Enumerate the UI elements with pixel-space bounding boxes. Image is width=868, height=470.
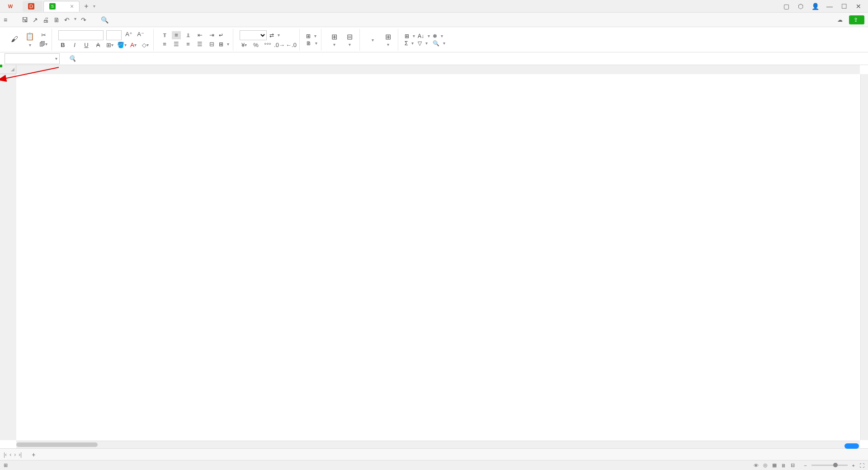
cube-icon[interactable]: ⬡ — [797, 2, 805, 10]
decrease-font-icon[interactable]: A⁻ — [136, 30, 145, 38]
sheet-prev-icon[interactable]: ‹ — [9, 451, 11, 458]
copy-icon[interactable]: 🗐▾ — [39, 40, 48, 48]
highlight-icon[interactable]: ◇▾ — [141, 41, 150, 49]
font-color-icon[interactable]: A▾ — [129, 41, 138, 49]
bold-icon[interactable]: B — [58, 41, 67, 49]
view-orbit-icon[interactable]: ◎ — [763, 462, 768, 468]
underline-icon[interactable]: U — [82, 41, 91, 49]
vertical-scrollbar[interactable] — [860, 74, 868, 440]
row-headers — [0, 74, 16, 440]
minimize-icon[interactable]: — — [826, 2, 834, 10]
view-page-icon[interactable]: 🗎 — [781, 463, 786, 468]
border-icon[interactable]: ⊞▾ — [105, 41, 114, 49]
merge-icon: ⊞ — [219, 41, 223, 47]
comma-icon[interactable]: °°° — [263, 41, 272, 49]
save-icon[interactable]: 🖫 — [22, 16, 28, 24]
wrap-text-button[interactable]: ↵ — [219, 31, 225, 39]
format-painter-button[interactable]: 🖌 — [8, 35, 21, 44]
cut-icon[interactable]: ✂ — [39, 31, 48, 39]
sheet-next-icon[interactable]: › — [14, 451, 16, 458]
freeze-button[interactable]: ❄▾ — [433, 33, 445, 39]
sheet-last-icon[interactable]: ›| — [19, 451, 22, 458]
filter-button[interactable]: ▽▾ — [418, 40, 430, 47]
sort-button[interactable]: A↓▾ — [418, 33, 430, 39]
file-tab-active[interactable]: S × — [43, 1, 80, 12]
horizontal-scrollbar[interactable] — [16, 441, 860, 448]
formula-input[interactable] — [80, 54, 868, 64]
italic-icon[interactable]: I — [70, 41, 79, 49]
zoom-in-icon[interactable]: + — [852, 463, 855, 468]
redo-icon[interactable]: ↷ — [81, 16, 86, 24]
search-icon[interactable]: 🔍 — [101, 16, 108, 24]
menu-bar: ≡ 🖫 ↗ 🖨 🗎 ↶ ▾ ↷ 🔍 ☁ ⇪ — [0, 13, 868, 27]
sheet-first-icon[interactable]: |‹ — [4, 451, 7, 458]
share-button[interactable]: ⇪ — [849, 15, 864, 24]
increase-font-icon[interactable]: A⁺ — [124, 30, 133, 38]
font-name-input[interactable] — [58, 30, 104, 40]
docer-tab[interactable]: D — [23, 1, 42, 12]
align-left-icon[interactable]: ≡ — [160, 40, 169, 48]
hamburger-icon[interactable]: ≡ — [4, 16, 7, 24]
grid-icon: ⊞ — [331, 33, 337, 41]
zoom-formula-icon[interactable]: 🔍 — [69, 55, 76, 62]
align-right-icon[interactable]: ≡ — [184, 40, 193, 48]
worksheet-button[interactable]: 🗎▾ — [306, 40, 317, 47]
sum-button[interactable]: Σ▾ — [405, 40, 415, 47]
row-col-button[interactable]: ⊞▾ — [306, 33, 317, 39]
clipboard-icon: 📋 — [25, 32, 34, 41]
font-size-input[interactable] — [106, 30, 122, 40]
cloud-status[interactable]: ☁ — [837, 17, 844, 23]
select-all-corner[interactable] — [0, 65, 16, 74]
cell-style-button[interactable]: ⊞▾ — [382, 33, 394, 47]
view-break-icon[interactable]: ⊟ — [791, 462, 795, 468]
zoom-slider[interactable] — [811, 465, 848, 466]
fill-color-icon[interactable]: 🪣▾ — [117, 41, 126, 49]
align-top-icon[interactable]: ⫪ — [160, 31, 169, 39]
view-eye-icon[interactable]: 👁 — [754, 463, 759, 468]
maximize-icon[interactable]: ☐ — [840, 2, 848, 10]
convert-button[interactable]: ⇄▾ — [269, 30, 280, 40]
namebox-dropdown-icon[interactable]: ▾ — [55, 56, 57, 61]
paste-button[interactable]: 📋▾ — [24, 32, 36, 47]
strikethrough-icon[interactable]: A — [94, 41, 103, 49]
align-bottom-icon[interactable]: ⫫ — [184, 31, 193, 39]
print-icon[interactable]: 🖨 — [42, 16, 49, 24]
fullscreen-icon[interactable]: ⛶ — [859, 463, 864, 468]
cloud-icon: ☁ — [837, 17, 843, 23]
decrease-indent-icon[interactable]: ⇤ — [195, 31, 204, 39]
merge-button[interactable]: ⊞▾ — [219, 40, 229, 48]
align-middle-icon[interactable]: ≡ — [172, 31, 181, 39]
increase-indent-icon[interactable]: ⇥ — [207, 31, 216, 39]
increase-decimal-icon[interactable]: .0→ — [275, 41, 284, 49]
app-tab[interactable]: W — [2, 1, 22, 12]
add-sheet-button[interactable]: + — [27, 451, 40, 458]
cells-area[interactable] — [16, 74, 860, 440]
fill-button[interactable]: ⊞▾ — [405, 33, 415, 39]
close-tab-icon[interactable]: × — [70, 3, 74, 10]
number-format-select[interactable] — [240, 30, 267, 40]
currency-icon[interactable]: ¥▾ — [240, 41, 249, 49]
cond-format-button[interactable]: ▾ — [366, 37, 379, 42]
justify-icon[interactable]: ☰ — [195, 40, 204, 48]
window-layout-icon[interactable]: ▢ — [782, 2, 790, 10]
row-col-icon: ⊞ — [306, 33, 311, 39]
orientation-icon[interactable]: ⊟ — [207, 40, 216, 48]
tab-dropdown-icon[interactable]: ▾ — [93, 4, 95, 9]
find-button[interactable]: 🔍▾ — [433, 40, 445, 47]
close-window-icon[interactable]: ✕ — [854, 2, 863, 10]
sheet-bar: |‹ ‹ › ›| + — [0, 448, 868, 460]
view-normal-icon[interactable]: ▦ — [772, 462, 777, 468]
undo-dropdown-icon[interactable]: ▾ — [74, 16, 76, 24]
decrease-decimal-icon[interactable]: ←.0 — [287, 41, 296, 49]
delete-cells-button[interactable]: ⊟▾ — [343, 33, 356, 47]
new-tab-button[interactable]: + — [80, 2, 92, 10]
print-preview-icon[interactable]: 🗎 — [53, 16, 60, 24]
user-avatar-icon[interactable]: 👤 — [811, 2, 819, 10]
insert-cells-button[interactable]: ⊞▾ — [328, 33, 340, 47]
align-center-icon[interactable]: ☰ — [172, 40, 181, 48]
undo-icon[interactable]: ↶ — [64, 16, 70, 24]
name-box[interactable]: ▾ — [5, 53, 60, 64]
zoom-out-icon[interactable]: − — [804, 463, 807, 468]
percent-icon[interactable]: % — [251, 41, 260, 49]
export-icon[interactable]: ↗ — [33, 16, 38, 24]
